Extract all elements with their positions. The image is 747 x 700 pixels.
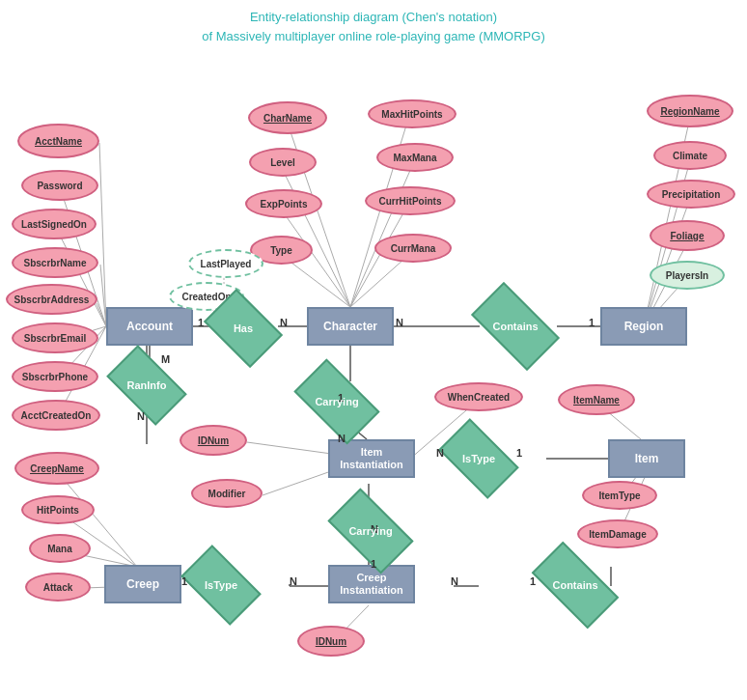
diagram-title: Entity-relationship diagram (Chen's nota… <box>0 0 747 45</box>
attr-maxmana: MaxMana <box>376 143 454 172</box>
rel-istype-creep: IsType <box>186 563 256 607</box>
card-has-n: N <box>280 317 288 328</box>
attr-acctname: AcctName <box>17 124 99 158</box>
attr-acctcreatedon: AcctCreatedOn <box>12 400 100 431</box>
attr-itemdamage: ItemDamage <box>577 519 658 548</box>
attr-maxhitpoints: MaxHitPoints <box>368 99 456 128</box>
entity-creep-inst-label: Creep Instantiation <box>340 572 402 597</box>
attr-climate: Climate <box>653 141 727 170</box>
attr-itemname: ItemName <box>558 384 635 415</box>
attr-whencreated: WhenCreated <box>434 382 523 411</box>
attr-exppoints: ExpPoints <box>245 189 322 218</box>
card-contains-creep-n: N <box>451 575 458 587</box>
card-carrying-creep-1: 1 <box>371 558 376 570</box>
attr-sbscrbrphone: SbscrbrPhone <box>12 361 98 392</box>
card-istype-creep-1: 1 <box>181 575 187 587</box>
attr-sbscrbraddress: SbscrbrAddress <box>6 284 97 315</box>
entity-region-label: Region <box>624 320 664 333</box>
card-has-1: 1 <box>198 317 204 328</box>
card-contains-n: N <box>396 317 403 328</box>
attr-idnum-creep: IDNum <box>297 626 365 657</box>
attr-currhitpoints: CurrHitPoints <box>365 186 456 215</box>
attr-foliage: Foliage <box>650 220 725 251</box>
entity-item: Item <box>608 439 685 478</box>
card-raninfo-n: N <box>137 410 145 422</box>
card-carrying-char-n: N <box>338 433 346 444</box>
entity-account-label: Account <box>126 320 173 333</box>
card-contains-creep-1: 1 <box>530 575 536 587</box>
rel-raninfo: RanInfo <box>112 363 181 407</box>
svg-line-4 <box>97 303 106 326</box>
attr-currmana: CurrMana <box>374 234 452 263</box>
entity-character-label: Character <box>323 320 377 333</box>
card-contains-1: 1 <box>589 317 595 328</box>
attr-password: Password <box>21 170 98 201</box>
svg-line-0 <box>99 143 106 326</box>
attr-precipitation: Precipitation <box>647 180 735 209</box>
entity-creep-label: Creep <box>126 577 159 591</box>
attr-charname: CharName <box>248 101 327 134</box>
attr-lastsignedon: LastSignedOn <box>12 209 97 239</box>
attr-itemtype: ItemType <box>582 481 657 510</box>
rel-istype-item: IsType <box>444 436 513 481</box>
entity-character: Character <box>307 307 394 346</box>
attr-hitpoints: HitPoints <box>21 495 95 524</box>
attr-idnum-item: IDNum <box>180 425 247 456</box>
entity-item-label: Item <box>635 452 659 465</box>
entity-region: Region <box>600 307 687 346</box>
card-istype-item-1: 1 <box>516 447 522 459</box>
entity-creep-instantiation: Creep Instantiation <box>328 565 415 603</box>
entity-account: Account <box>106 307 193 346</box>
rel-contains-region: Contains <box>476 303 555 350</box>
entity-item-instantiation: Item Instantiation <box>328 439 415 478</box>
rel-contains-creep: Contains <box>536 563 615 607</box>
card-raninfo-m: M <box>161 353 170 365</box>
diagram-container: Entity-relationship diagram (Chen's nota… <box>0 0 747 700</box>
card-istype-item-n: N <box>436 447 444 459</box>
attr-mana: Mana <box>29 534 91 563</box>
rel-carrying-creep: Carrying <box>333 508 408 554</box>
attr-regionname: RegionName <box>647 95 733 127</box>
entity-creep: Creep <box>104 565 181 603</box>
attr-modifier: Modifier <box>191 479 263 508</box>
attr-sbscrbrname: SbscrbrName <box>12 247 98 278</box>
entity-item-inst-label: Item Instantiation <box>340 446 402 471</box>
attr-attack: Attack <box>25 573 91 602</box>
card-istype-creep-n: N <box>290 575 297 587</box>
attr-level: Level <box>249 148 317 177</box>
attr-lastplayed: LastPlayed <box>188 249 263 278</box>
attr-creepname: CreepName <box>14 452 99 485</box>
rel-has: Has <box>210 305 276 351</box>
attr-sbscrbremeil: SbscrbrEmail <box>12 322 98 353</box>
attr-playersin: PlayersIn <box>650 261 725 290</box>
rel-carrying-char: Carrying <box>299 378 374 425</box>
